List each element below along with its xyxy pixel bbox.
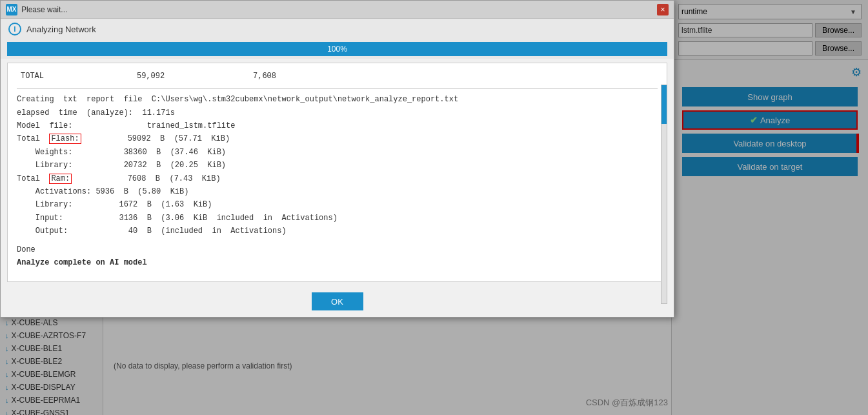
progress-container: 100% bbox=[1, 39, 674, 59]
progress-bar: 100% bbox=[7, 42, 667, 56]
done-label: Done bbox=[17, 244, 658, 256]
modal-dialog: MX Please wait... × i Analyzing Network … bbox=[0, 0, 674, 318]
modal-content: TOTAL 59,092 7,608 Creating txt report f… bbox=[7, 63, 667, 282]
separator bbox=[17, 88, 658, 89]
total-flash: 59,092 bbox=[133, 70, 249, 83]
modal-footer: OK bbox=[1, 286, 674, 317]
progress-label: 100% bbox=[327, 45, 347, 54]
total-label: TOTAL bbox=[17, 70, 133, 83]
app-logo: MX bbox=[6, 4, 17, 15]
total-ram: 7,608 bbox=[249, 70, 658, 83]
info-icon: i bbox=[8, 23, 21, 35]
ok-button[interactable]: OK bbox=[312, 292, 363, 310]
complete-label: Analyze complete on AI model bbox=[17, 257, 658, 269]
done-section: Done Analyze complete on AI model bbox=[17, 244, 658, 268]
total-row: TOTAL 59,092 7,608 bbox=[17, 70, 658, 83]
ram-highlight: Ram: bbox=[49, 174, 72, 184]
modal-subheader: i Analyzing Network bbox=[1, 19, 674, 39]
subheader-text: Analyzing Network bbox=[26, 25, 96, 34]
close-button[interactable]: × bbox=[657, 4, 669, 15]
modal-titlebar: MX Please wait... × bbox=[1, 1, 674, 19]
total-table: TOTAL 59,092 7,608 bbox=[17, 70, 658, 83]
report-text: Creating txt report file C:\Users\wg\.st… bbox=[17, 93, 658, 238]
flash-highlight: Flash: bbox=[49, 134, 81, 144]
scrollbar[interactable] bbox=[661, 85, 667, 304]
scrollbar-thumb bbox=[661, 85, 667, 124]
modal-title: Please wait... bbox=[21, 5, 67, 14]
